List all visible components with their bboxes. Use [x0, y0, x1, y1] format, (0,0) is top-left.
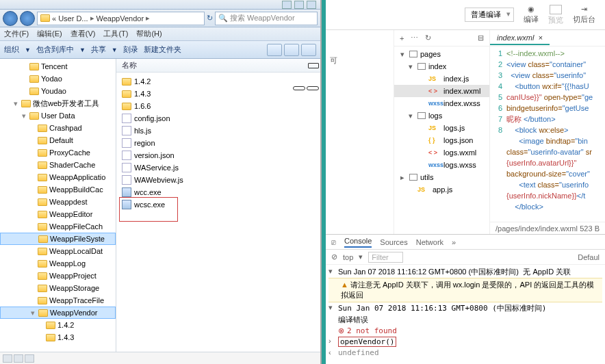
file-row[interactable]: WAService.js — [116, 161, 320, 174]
tb-share[interactable]: 共享 — [91, 44, 106, 55]
tree-item[interactable]: WeappApplicatio — [0, 171, 116, 183]
file-row[interactable]: wcsc.exe — [116, 198, 320, 211]
tb-include[interactable]: 包含到库中 — [36, 44, 74, 55]
bc-seg[interactable]: User D... — [58, 14, 88, 23]
file-row[interactable]: 1.4.2 — [116, 75, 320, 88]
tab-sources[interactable]: Sources — [380, 238, 407, 246]
search-input[interactable]: 🔍 搜索 WeappVendor — [215, 12, 318, 25]
tree-item[interactable]: ShaderCache — [0, 159, 116, 171]
tree-item[interactable]: WeappBuildCac — [0, 183, 116, 196]
collapse-icon[interactable]: ⊟ — [478, 34, 484, 42]
tree-item[interactable]: Yodao — [0, 73, 116, 85]
menu-edit[interactable]: 编辑(E) — [37, 29, 62, 39]
tree-item[interactable]: ProxyCache — [0, 146, 116, 159]
back-button[interactable] — [3, 11, 18, 26]
expand-icon[interactable]: ▾ — [29, 309, 36, 317]
folder-tree[interactable]: TencentYodaoYoudao▾微信web开发者工具▾User DataC… — [0, 59, 116, 352]
tree-item[interactable]: WeappLog — [0, 257, 116, 270]
project-tree-item[interactable]: ▾pages — [394, 48, 489, 60]
add-icon[interactable]: + — [400, 34, 404, 42]
expand-icon[interactable]: ▾ — [407, 62, 415, 71]
preview-pane-icon[interactable] — [284, 44, 299, 56]
clear-console-icon[interactable]: ⊘ — [331, 252, 337, 261]
console-input-highlight[interactable]: openVendor() — [338, 337, 396, 347]
tree-item[interactable]: WeappProject — [0, 270, 116, 282]
file-row[interactable]: WAWebview.js — [116, 174, 320, 186]
menu-tools[interactable]: 工具(T) — [103, 29, 128, 39]
preview-button[interactable]: 预览 — [548, 5, 563, 25]
expand-icon[interactable]: ▸ — [398, 173, 407, 182]
project-tree-item[interactable]: { }logs.json — [394, 134, 489, 146]
tree-item[interactable]: ▾User Data — [0, 109, 116, 122]
tree-item[interactable]: WeappFileSyste — [0, 233, 116, 245]
more-icon[interactable]: ⋯ — [411, 34, 418, 42]
level-dropdown[interactable]: Defaul — [578, 253, 600, 261]
tab-index-wxml[interactable]: index.wxml × — [490, 31, 550, 45]
tree-item[interactable]: WeappFileCach — [0, 220, 116, 233]
project-tree-item[interactable]: JSapp.js — [394, 183, 489, 196]
scrollbar[interactable] — [0, 352, 320, 364]
project-tree-item[interactable]: JSindex.js — [394, 73, 489, 85]
project-tree-item[interactable]: JSlogs.js — [394, 122, 489, 134]
filter-input[interactable]: Filter — [368, 252, 402, 263]
project-tree-item[interactable]: wxssindex.wxss — [394, 97, 489, 109]
expand-icon[interactable]: ▾ — [398, 50, 407, 59]
tree-item[interactable]: 1.4.2 — [0, 319, 116, 331]
tree-item[interactable]: ▾微信web开发者工具 — [0, 97, 116, 109]
expand-icon[interactable]: ▾ — [12, 99, 19, 108]
file-row[interactable]: version.json — [116, 149, 320, 161]
compile-button[interactable]: ◉ 编译 — [524, 5, 539, 25]
file-row[interactable]: wcc.exe — [116, 186, 320, 198]
close-tab-icon[interactable]: × — [538, 34, 542, 42]
file-row[interactable]: 1.4.3 — [116, 88, 320, 100]
tab-network[interactable]: Network — [416, 238, 443, 246]
column-header[interactable]: 名称 — [116, 59, 320, 73]
max-icon[interactable] — [294, 1, 304, 9]
menu-view[interactable]: 查看(V) — [70, 29, 96, 39]
project-tree-item[interactable]: ▸utils — [394, 171, 489, 183]
backend-button[interactable]: ⇥ 切后台 — [573, 5, 595, 25]
tab-console[interactable]: Console — [344, 237, 372, 248]
expand-icon[interactable]: ▾ — [329, 303, 335, 312]
tree-item[interactable]: WeappStorage — [0, 282, 116, 294]
project-tree[interactable]: ▾pages▾indexJSindex.js< >index.wxmlwxssi… — [394, 47, 489, 234]
refresh-icon[interactable]: ↻ — [425, 34, 431, 42]
chevron-right-icon[interactable]: ▸ — [90, 14, 94, 23]
tb-burn[interactable]: 刻录 — [123, 44, 138, 55]
compile-mode-dropdown[interactable]: 普通编译 — [465, 8, 514, 22]
project-tree-item[interactable]: ▾logs — [394, 109, 489, 122]
tree-item[interactable]: WeappTraceFile — [0, 294, 116, 307]
elements-icon[interactable]: ⎚ — [331, 238, 336, 246]
tree-item[interactable]: 1.4.3 — [0, 331, 116, 343]
help-icon[interactable] — [301, 44, 316, 56]
tb-organize[interactable]: 组织 — [4, 44, 19, 55]
project-tree-item[interactable]: < >index.wxml — [394, 85, 489, 97]
tree-item[interactable]: ▾WeappVendor — [0, 307, 116, 319]
code-editor[interactable]: 12345678 <!--index.wxml--><view class="c… — [490, 47, 605, 222]
tree-item[interactable]: WeappLocalDat — [0, 245, 116, 257]
chevron-right-icon[interactable]: ▸ — [146, 14, 150, 23]
tree-item[interactable]: Weappdest — [0, 196, 116, 208]
console-output[interactable]: ▾Sun Jan 07 2018 11:16:12 GMT+0800 (中国标准… — [326, 265, 605, 364]
file-row[interactable]: 1.6.6 — [116, 100, 320, 112]
project-tree-item[interactable]: < >logs.wxml — [394, 146, 489, 159]
forward-button[interactable] — [20, 11, 35, 26]
tree-item[interactable]: Default — [0, 134, 116, 146]
expand-icon[interactable]: ▾ — [329, 267, 335, 276]
file-row[interactable]: config.json — [116, 112, 320, 125]
bc-seg[interactable]: « — [52, 14, 56, 23]
tree-item[interactable]: WeappEditor — [0, 208, 116, 220]
refresh-icon[interactable]: ↻ — [207, 14, 213, 23]
tree-item[interactable]: Tencent — [0, 60, 116, 73]
overflow-icon[interactable]: » — [452, 238, 456, 246]
tree-item[interactable]: Youdao — [0, 85, 116, 97]
tree-item[interactable]: Crashpad — [0, 122, 116, 134]
bc-seg[interactable]: WeappVendor — [96, 14, 144, 23]
breadcrumb[interactable]: « User D... ▸ WeappVendor ▸ — [37, 12, 205, 25]
project-tree-item[interactable]: ▾index — [394, 60, 489, 73]
tb-newfolder[interactable]: 新建文件夹 — [144, 44, 181, 55]
file-row[interactable]: hls.js — [116, 125, 320, 137]
expand-icon[interactable]: ▾ — [407, 112, 415, 120]
scope-dropdown[interactable]: top — [343, 253, 353, 261]
menu-help[interactable]: 帮助(H) — [136, 29, 162, 39]
